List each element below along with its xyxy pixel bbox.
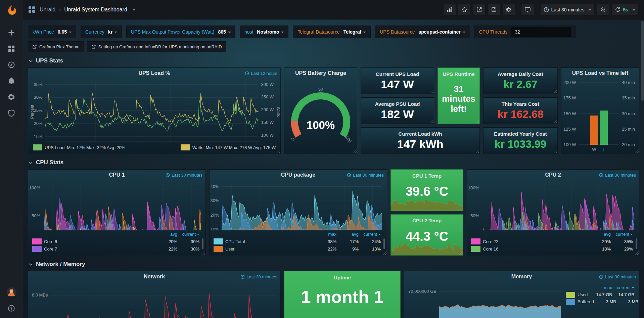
time-range-button[interactable]: Last 30 minutes: [540, 4, 595, 15]
scrollbar-thumb[interactable]: [641, 21, 644, 101]
legend-series-used[interactable]: Used: [566, 292, 590, 298]
dashboard-link-setting-up-grafana-and-influxd[interactable]: Setting up Grafana and InfluxDB for UPS …: [87, 41, 226, 52]
panel-title[interactable]: UPS Battery Charge: [295, 70, 346, 76]
ups-vs-time-chart[interactable]: 100 W125 W150 W175 W200 W20 min25 min30 …: [561, 79, 639, 153]
save-icon: [491, 7, 497, 13]
legend-sort-avg[interactable]: avg: [589, 232, 611, 237]
variable-value-telegraf-datasource[interactable]: Telegraf: [343, 29, 366, 35]
battery-gauge[interactable]: 100% 050100: [284, 79, 357, 153]
panel-time-range[interactable]: Last 30 minutes: [599, 173, 636, 178]
save-button[interactable]: [488, 4, 500, 15]
variable-value-currency[interactable]: kr: [108, 29, 117, 35]
legend-sort-current[interactable]: current: [612, 285, 634, 290]
panel-title[interactable]: CPU 2: [545, 172, 561, 178]
legend-value: 38%: [314, 239, 336, 244]
page-scrollbar[interactable]: [641, 19, 644, 318]
cycle-view-button[interactable]: [521, 4, 534, 15]
sidebar-item-configuration[interactable]: [8, 93, 15, 101]
ups-load-chart[interactable]: 15%20%25%30%35%100 W150 W200 W250 W300 W…: [28, 79, 280, 144]
caret-down-icon: [463, 32, 465, 34]
svg-text:0: 0: [290, 137, 295, 142]
variable-value-kwh-price[interactable]: 0.65: [58, 29, 72, 35]
stat-title: Uptime: [284, 271, 400, 281]
sidebar-bottom: ?: [6, 287, 16, 312]
panel-title[interactable]: UPS Load vs Time left: [572, 70, 629, 76]
sort-caret-icon: [630, 234, 633, 236]
legend-series-user[interactable]: User: [214, 246, 314, 252]
panel-time-range[interactable]: Last 30 minutes: [599, 274, 636, 279]
variable-input-cpu-threads[interactable]: [511, 27, 571, 37]
legend-sort-current[interactable]: current: [611, 232, 633, 237]
legend-scrollbar[interactable]: [383, 238, 385, 249]
legend-series-core-7[interactable]: Core 7: [32, 246, 155, 252]
gear-icon: [506, 7, 512, 13]
series-color-dash: [32, 238, 42, 244]
legend-series-buffered[interactable]: Buffered: [566, 299, 594, 305]
variable-value-host[interactable]: Nostromo: [257, 29, 284, 35]
panel-title[interactable]: Memory: [511, 274, 532, 280]
sidebar-item-server-admin[interactable]: [8, 109, 15, 117]
svg-text:200 W: 200 W: [563, 80, 576, 85]
clock-icon: [240, 275, 245, 279]
sidebar-item-explore[interactable]: [8, 61, 15, 69]
section-ups-stats[interactable]: UPS Stats: [29, 57, 639, 64]
avatar-icon: [6, 287, 16, 297]
panel-time-range[interactable]: Last 30 minutes: [166, 173, 202, 178]
stat-value: kr 1033.99: [484, 138, 557, 153]
section-network-memory[interactable]: Network / Memory: [29, 261, 639, 268]
star-button[interactable]: [458, 4, 471, 15]
legend-sort-max[interactable]: max: [314, 232, 336, 237]
network-chart[interactable]: 2.0 MBs4.0 MBs6.0 MBs: [28, 282, 280, 318]
section-cpu-stats[interactable]: CPU Stats: [29, 159, 639, 166]
legend-sort-avg[interactable]: avg: [155, 232, 177, 237]
sidebar-item-create[interactable]: [8, 29, 15, 36]
legend-series-cpu-total[interactable]: CPU Total: [214, 238, 314, 244]
sidebar-item-dashboards[interactable]: [8, 45, 15, 52]
panel-title[interactable]: Network: [144, 274, 165, 280]
dashboard-link-grafana-plex-theme[interactable]: Grafana Plex Theme: [28, 41, 84, 52]
breadcrumb-app[interactable]: Unraid: [40, 7, 55, 13]
cpu-package-chart[interactable]: 0%10%20%30%40%19:5019:5520:0020:0520:102…: [210, 180, 387, 230]
legend-series-watts[interactable]: WattsMin: 147 W Max: 278 W Avg: 175 W: [181, 144, 276, 150]
title-caret-icon[interactable]: [133, 9, 135, 12]
dashboard-title[interactable]: Unraid System Dashboard: [64, 7, 127, 13]
legend-sort-max[interactable]: max: [590, 285, 612, 290]
legend-value: 22%: [314, 246, 336, 252]
zoom-out-icon: [600, 7, 606, 13]
memory-chart[interactable]: 50.000000 GB60.000000 GB70.000000 GB: [404, 282, 566, 318]
svg-text:250 W: 250 W: [261, 94, 274, 99]
legend-series-core-22[interactable]: Core 22: [471, 238, 589, 244]
legend-sort-current[interactable]: current: [359, 232, 381, 237]
clock-icon: [166, 173, 170, 177]
legend-series-ups-load[interactable]: UPS LoadMin: 17% Max: 32% Avg: 20%: [33, 144, 125, 150]
cpu1-chart[interactable]: 0%50%100%19:5019:5520:0020:0520:1020:15: [28, 180, 205, 230]
add-panel-button[interactable]: [443, 4, 456, 15]
legend-scrollbar[interactable]: [636, 238, 637, 249]
legend-sort-avg[interactable]: avg: [336, 232, 359, 237]
panel-estimated-yearly-cost: Estimated Yearly Cost kr 1033.99: [483, 127, 558, 154]
panel-time-range[interactable]: Last 12 hours: [245, 71, 277, 76]
sidebar-item-alerting[interactable]: [8, 77, 15, 85]
panel-title[interactable]: CPU 1: [109, 172, 125, 178]
legend-series-core-16[interactable]: Core 16: [471, 246, 589, 252]
refresh-button[interactable]: 5s: [611, 4, 639, 15]
cpu-package-legend: maxavgcurrentCPU Total38%17%24%User22%9%…: [210, 230, 387, 255]
help-button[interactable]: ?: [8, 305, 15, 312]
panel-time-range[interactable]: Last 30 minutes: [347, 173, 384, 178]
user-avatar[interactable]: [6, 287, 16, 297]
stat-title: Average Daily Cost: [484, 68, 557, 78]
zoom-out-button[interactable]: [597, 4, 609, 15]
share-button[interactable]: [473, 4, 486, 15]
dashboard-settings-button[interactable]: [502, 4, 515, 15]
variable-value-ups-max-output-power-capacity-watt[interactable]: 865: [218, 29, 231, 35]
legend-scrollbar[interactable]: [202, 238, 203, 249]
panel-title[interactable]: CPU package: [281, 172, 315, 178]
legend-value: 18%: [589, 246, 611, 252]
panel-time-range[interactable]: Last 30 minutes: [240, 274, 277, 279]
legend-sort-current[interactable]: current: [177, 232, 199, 237]
legend-series-core-6[interactable]: Core 6: [32, 238, 155, 244]
variable-value-ups-datasource[interactable]: apcupsd-container: [419, 29, 465, 35]
panel-title[interactable]: UPS Load %: [138, 70, 170, 76]
grafana-logo[interactable]: [0, 0, 23, 19]
cpu2-chart[interactable]: 0%50%100%19:5019:5520:0020:0520:1020:15: [467, 180, 639, 230]
